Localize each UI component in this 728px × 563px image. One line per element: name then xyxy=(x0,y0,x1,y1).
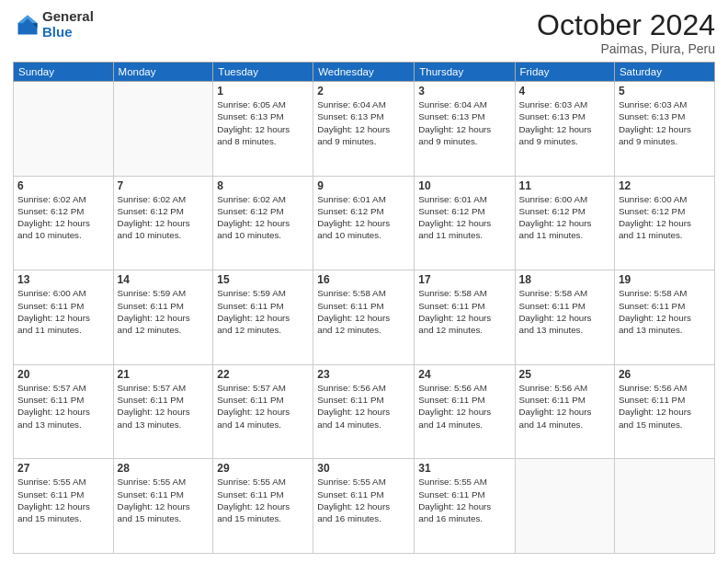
calendar-cell xyxy=(113,82,213,177)
day-number: 27 xyxy=(17,462,109,475)
calendar-cell: 28Sunrise: 5:55 AMSunset: 6:11 PMDayligh… xyxy=(113,459,213,554)
calendar-table: Sunday Monday Tuesday Wednesday Thursday… xyxy=(13,62,715,554)
header-sunday: Sunday xyxy=(14,63,114,82)
day-number: 24 xyxy=(418,368,510,381)
header-wednesday: Wednesday xyxy=(313,63,415,82)
page: General Blue October 2024 Paimas, Piura,… xyxy=(0,0,728,563)
calendar-cell: 15Sunrise: 5:59 AMSunset: 6:11 PMDayligh… xyxy=(213,270,313,365)
day-number: 4 xyxy=(519,85,610,98)
calendar-cell: 4Sunrise: 6:03 AMSunset: 6:13 PMDaylight… xyxy=(515,82,614,177)
day-number: 8 xyxy=(217,179,309,192)
calendar-cell: 24Sunrise: 5:56 AMSunset: 6:11 PMDayligh… xyxy=(415,364,515,459)
calendar-cell: 29Sunrise: 5:55 AMSunset: 6:11 PMDayligh… xyxy=(213,459,313,554)
calendar-cell: 6Sunrise: 6:02 AMSunset: 6:12 PMDaylight… xyxy=(14,176,114,270)
day-info: Sunrise: 5:58 AMSunset: 6:11 PMDaylight:… xyxy=(418,287,510,336)
calendar-cell: 31Sunrise: 5:55 AMSunset: 6:11 PMDayligh… xyxy=(415,459,515,554)
calendar-week-row: 13Sunrise: 6:00 AMSunset: 6:11 PMDayligh… xyxy=(14,270,715,365)
day-info: Sunrise: 5:55 AMSunset: 6:11 PMDaylight:… xyxy=(217,476,309,524)
day-info: Sunrise: 5:58 AMSunset: 6:11 PMDaylight:… xyxy=(317,287,410,336)
header-thursday: Thursday xyxy=(415,63,515,82)
day-info: Sunrise: 5:55 AMSunset: 6:11 PMDaylight:… xyxy=(17,476,109,524)
calendar-week-row: 27Sunrise: 5:55 AMSunset: 6:11 PMDayligh… xyxy=(14,459,715,554)
calendar-cell: 16Sunrise: 5:58 AMSunset: 6:11 PMDayligh… xyxy=(313,270,415,365)
day-info: Sunrise: 5:56 AMSunset: 6:11 PMDaylight:… xyxy=(317,382,410,431)
day-number: 19 xyxy=(619,273,711,286)
calendar-cell: 21Sunrise: 5:57 AMSunset: 6:11 PMDayligh… xyxy=(113,364,213,459)
title-section: October 2024 Paimas, Piura, Peru xyxy=(537,9,715,56)
day-info: Sunrise: 5:57 AMSunset: 6:11 PMDaylight:… xyxy=(217,382,309,431)
calendar-cell: 25Sunrise: 5:56 AMSunset: 6:11 PMDayligh… xyxy=(515,364,614,459)
month-title: October 2024 xyxy=(537,9,715,41)
day-info: Sunrise: 5:57 AMSunset: 6:11 PMDaylight:… xyxy=(17,382,109,431)
day-number: 5 xyxy=(619,85,711,98)
logo-icon xyxy=(15,12,40,38)
day-info: Sunrise: 6:00 AMSunset: 6:12 PMDaylight:… xyxy=(619,193,711,242)
logo-general-text: General xyxy=(42,9,94,25)
day-info: Sunrise: 6:03 AMSunset: 6:13 PMDaylight:… xyxy=(519,98,610,147)
day-info: Sunrise: 5:55 AMSunset: 6:11 PMDaylight:… xyxy=(118,476,210,524)
day-number: 25 xyxy=(519,368,610,381)
calendar-cell: 1Sunrise: 6:05 AMSunset: 6:13 PMDaylight… xyxy=(213,82,313,177)
header-saturday: Saturday xyxy=(614,63,714,82)
day-number: 31 xyxy=(418,462,510,475)
logo-blue-text: Blue xyxy=(42,25,94,40)
day-number: 18 xyxy=(519,273,610,286)
day-info: Sunrise: 5:56 AMSunset: 6:11 PMDaylight:… xyxy=(519,382,610,431)
calendar-cell: 23Sunrise: 5:56 AMSunset: 6:11 PMDayligh… xyxy=(313,364,415,459)
day-number: 1 xyxy=(217,85,309,98)
day-info: Sunrise: 5:59 AMSunset: 6:11 PMDaylight:… xyxy=(217,287,309,336)
calendar-cell: 8Sunrise: 6:02 AMSunset: 6:12 PMDaylight… xyxy=(213,176,313,270)
header-friday: Friday xyxy=(515,63,614,82)
day-info: Sunrise: 5:57 AMSunset: 6:11 PMDaylight:… xyxy=(118,382,210,431)
day-number: 2 xyxy=(317,85,410,98)
day-info: Sunrise: 5:58 AMSunset: 6:11 PMDaylight:… xyxy=(619,287,711,336)
day-info: Sunrise: 5:55 AMSunset: 6:11 PMDaylight:… xyxy=(317,476,410,524)
calendar-cell: 17Sunrise: 5:58 AMSunset: 6:11 PMDayligh… xyxy=(415,270,515,365)
calendar-cell: 27Sunrise: 5:55 AMSunset: 6:11 PMDayligh… xyxy=(14,459,114,554)
header-tuesday: Tuesday xyxy=(213,63,313,82)
day-info: Sunrise: 6:02 AMSunset: 6:12 PMDaylight:… xyxy=(17,193,109,242)
header-monday: Monday xyxy=(113,63,213,82)
day-number: 7 xyxy=(118,179,210,192)
day-info: Sunrise: 6:01 AMSunset: 6:12 PMDaylight:… xyxy=(418,193,510,242)
calendar-cell: 11Sunrise: 6:00 AMSunset: 6:12 PMDayligh… xyxy=(515,176,614,270)
calendar-cell xyxy=(14,82,114,177)
day-number: 28 xyxy=(118,462,210,475)
logo-text: General Blue xyxy=(42,9,94,40)
weekday-header-row: Sunday Monday Tuesday Wednesday Thursday… xyxy=(14,63,715,82)
day-number: 3 xyxy=(418,85,510,98)
day-info: Sunrise: 6:00 AMSunset: 6:11 PMDaylight:… xyxy=(17,287,109,336)
day-number: 14 xyxy=(118,273,210,286)
day-number: 26 xyxy=(619,368,711,381)
calendar-cell: 13Sunrise: 6:00 AMSunset: 6:11 PMDayligh… xyxy=(14,270,114,365)
day-info: Sunrise: 5:55 AMSunset: 6:11 PMDaylight:… xyxy=(418,476,510,524)
calendar-week-row: 1Sunrise: 6:05 AMSunset: 6:13 PMDaylight… xyxy=(14,82,715,177)
calendar-cell: 14Sunrise: 5:59 AMSunset: 6:11 PMDayligh… xyxy=(113,270,213,365)
day-info: Sunrise: 6:04 AMSunset: 6:13 PMDaylight:… xyxy=(418,98,510,147)
day-info: Sunrise: 5:56 AMSunset: 6:11 PMDaylight:… xyxy=(418,382,510,431)
day-info: Sunrise: 6:02 AMSunset: 6:12 PMDaylight:… xyxy=(217,193,309,242)
day-number: 15 xyxy=(217,273,309,286)
day-number: 21 xyxy=(118,368,210,381)
calendar-cell: 19Sunrise: 5:58 AMSunset: 6:11 PMDayligh… xyxy=(614,270,714,365)
day-number: 16 xyxy=(317,273,410,286)
calendar-cell xyxy=(515,459,614,554)
calendar-cell: 12Sunrise: 6:00 AMSunset: 6:12 PMDayligh… xyxy=(614,176,714,270)
day-number: 20 xyxy=(17,368,109,381)
day-number: 23 xyxy=(317,368,410,381)
calendar-cell: 26Sunrise: 5:56 AMSunset: 6:11 PMDayligh… xyxy=(614,364,714,459)
day-number: 30 xyxy=(317,462,410,475)
calendar-cell: 10Sunrise: 6:01 AMSunset: 6:12 PMDayligh… xyxy=(415,176,515,270)
logo: General Blue xyxy=(13,9,94,40)
calendar-cell: 5Sunrise: 6:03 AMSunset: 6:13 PMDaylight… xyxy=(614,82,714,177)
day-number: 17 xyxy=(418,273,510,286)
day-number: 22 xyxy=(217,368,309,381)
day-number: 9 xyxy=(317,179,410,192)
day-number: 10 xyxy=(418,179,510,192)
calendar-week-row: 20Sunrise: 5:57 AMSunset: 6:11 PMDayligh… xyxy=(14,364,715,459)
calendar-cell: 9Sunrise: 6:01 AMSunset: 6:12 PMDaylight… xyxy=(313,176,415,270)
day-number: 6 xyxy=(17,179,109,192)
day-number: 29 xyxy=(217,462,309,475)
calendar-cell: 20Sunrise: 5:57 AMSunset: 6:11 PMDayligh… xyxy=(14,364,114,459)
calendar-cell: 30Sunrise: 5:55 AMSunset: 6:11 PMDayligh… xyxy=(313,459,415,554)
